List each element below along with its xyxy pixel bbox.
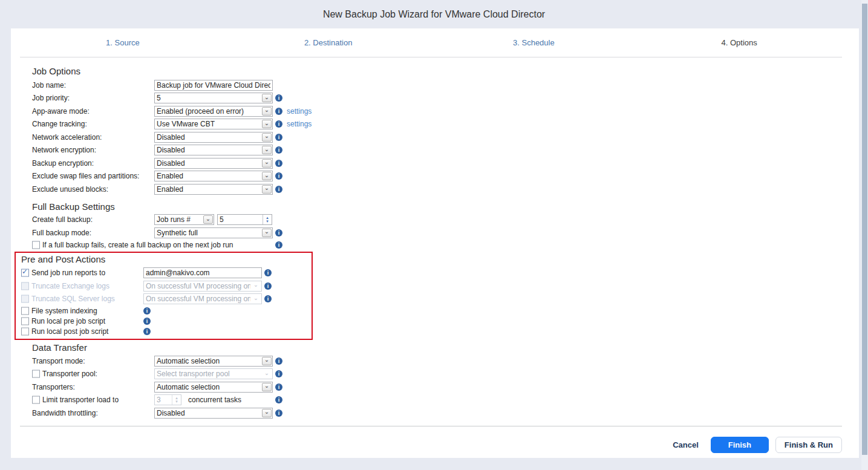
change-tracking-settings-link[interactable]: settings — [287, 120, 312, 128]
change-tracking-select[interactable]: Use VMware CBT ⌄ — [154, 119, 273, 129]
row-pre-job-script: ✓ Run local pre job script i — [21, 316, 312, 326]
row-network-encryption: Network encryption: Disabled ⌄ i — [32, 144, 842, 157]
info-icon[interactable]: i — [275, 108, 282, 115]
info-icon[interactable]: i — [264, 282, 272, 290]
info-icon[interactable]: i — [264, 269, 272, 276]
scrollbar-thumb[interactable] — [862, 4, 867, 455]
info-icon[interactable]: i — [143, 307, 151, 315]
wizard-steps: 1. Source 2. Destination 3. Schedule 4. … — [20, 28, 842, 57]
transporter-pool-label: Transporter pool: — [42, 370, 97, 378]
cancel-button[interactable]: Cancel — [673, 440, 699, 449]
check-icon: ✓ — [22, 267, 28, 276]
send-reports-checkbox[interactable]: ✓ — [21, 269, 29, 277]
step-destination[interactable]: 2. Destination — [226, 38, 431, 47]
chevron-down-icon[interactable]: ⌄ — [262, 159, 272, 168]
stepper-arrows[interactable]: ▴ ▾ — [263, 215, 272, 224]
transporters-select[interactable]: Automatic selection ⌄ — [154, 382, 273, 393]
wizard-title: New Backup Job Wizard for VMware Cloud D… — [323, 9, 545, 20]
chevron-down-icon[interactable]: ⌄ — [262, 120, 272, 128]
network-encryption-select[interactable]: Disabled ⌄ — [154, 145, 273, 155]
chevron-down-icon[interactable]: ⌄ — [262, 185, 272, 194]
chevron-down-icon[interactable]: ⌄ — [262, 94, 272, 102]
info-icon[interactable]: i — [275, 94, 282, 102]
full-backup-mode-select[interactable]: Synthetic full ⌄ — [154, 227, 273, 238]
chevron-down-icon[interactable]: ⌄ — [262, 357, 272, 365]
network-acceleration-value: Disabled — [155, 132, 261, 142]
page-scrollbar[interactable] — [861, 0, 868, 470]
info-icon[interactable]: i — [275, 172, 282, 180]
info-icon[interactable]: i — [275, 134, 282, 141]
create-full-backup-label: Create full backup: — [32, 215, 93, 224]
info-icon[interactable]: i — [264, 295, 272, 302]
pre-job-script-checkbox[interactable]: ✓ — [21, 317, 29, 325]
row-transport-mode: Transport mode: Automatic selection ⌄ i — [32, 354, 842, 368]
stepper-arrows: ▴ ▾ — [172, 395, 181, 405]
row-fs-indexing: ✓ File system indexing i — [21, 305, 312, 316]
chevron-down-icon[interactable]: ⌄ — [262, 133, 272, 142]
info-icon[interactable]: i — [275, 146, 282, 154]
info-icon[interactable]: i — [275, 241, 282, 249]
exclude-swap-select[interactable]: Enabled ⌄ — [154, 171, 273, 181]
limit-load-stepper: 3 ▴ ▾ — [154, 394, 181, 405]
fs-indexing-checkbox[interactable]: ✓ — [21, 307, 29, 315]
transporter-pool-checkbox[interactable]: ✓ — [32, 370, 40, 378]
truncate-sql-label: Truncate SQL Server logs — [31, 295, 115, 303]
exclude-swap-value: Enabled — [155, 171, 261, 181]
create-full-backup-count-stepper[interactable]: 5 ▴ ▾ — [217, 214, 272, 225]
network-acceleration-select[interactable]: Disabled ⌄ — [154, 132, 273, 143]
info-icon[interactable]: i — [275, 357, 282, 365]
finish-and-run-button[interactable]: Finish & Run — [775, 437, 842, 453]
transporter-pool-placeholder: Select transporter pool — [155, 369, 261, 379]
send-reports-email-input[interactable] — [143, 267, 262, 278]
chevron-down-icon[interactable]: ⌄ — [262, 383, 272, 391]
chevron-down-icon[interactable]: ⌄ — [262, 409, 272, 417]
pre-job-script-label: Run local pre job script — [31, 317, 105, 325]
limit-load-checkbox[interactable]: ✓ — [32, 396, 40, 404]
exclude-unused-select[interactable]: Enabled ⌄ — [154, 184, 273, 195]
row-truncate-exchange: ✓ Truncate Exchange logs On successful V… — [21, 279, 312, 293]
section-job-options: Job Options — [32, 66, 842, 77]
info-icon[interactable]: i — [275, 160, 282, 167]
info-icon[interactable]: i — [143, 328, 151, 335]
transport-mode-select[interactable]: Automatic selection ⌄ — [154, 356, 273, 367]
post-job-script-checkbox[interactable]: ✓ — [21, 327, 29, 335]
app-aware-settings-link[interactable]: settings — [287, 107, 312, 116]
chevron-down-icon[interactable]: ⌄ — [203, 215, 213, 224]
truncate-sql-checkbox: ✓ — [21, 295, 29, 303]
finish-button[interactable]: Finish — [711, 437, 769, 453]
truncate-exchange-value: On successful VM processing only — [144, 281, 250, 291]
info-icon[interactable]: i — [275, 384, 282, 391]
truncate-sql-select: On successful VM processing only ⌄ — [143, 293, 262, 304]
app-aware-value: Enabled (proceed on error) — [155, 106, 261, 116]
limit-load-suffix: concurrent tasks — [188, 396, 241, 404]
create-full-backup-mode-value: Job runs # — [155, 215, 203, 224]
job-priority-label: Job priority: — [32, 94, 70, 102]
chevron-down-icon[interactable]: ⌄ — [262, 172, 272, 180]
bandwidth-value: Disabled — [155, 408, 261, 418]
fs-indexing-label: File system indexing — [31, 307, 97, 315]
create-full-backup-mode-select[interactable]: Job runs # ⌄ — [154, 214, 214, 225]
job-priority-select[interactable]: 5 ⌄ — [154, 93, 273, 103]
info-icon[interactable]: i — [275, 229, 282, 237]
network-encryption-value: Disabled — [155, 145, 261, 155]
app-aware-select[interactable]: Enabled (proceed on error) ⌄ — [154, 106, 273, 117]
info-icon[interactable]: i — [275, 370, 282, 377]
full-backup-fail-checkbox[interactable]: ✓ — [32, 241, 40, 249]
info-icon[interactable]: i — [275, 120, 282, 128]
transporters-value: Automatic selection — [155, 382, 261, 392]
chevron-down-icon[interactable]: ⌄ — [262, 146, 272, 154]
chevron-down-icon[interactable]: ⌄ — [262, 229, 272, 237]
job-name-input[interactable] — [154, 80, 273, 91]
info-icon[interactable]: i — [275, 410, 282, 417]
stepper-down-icon[interactable]: ▾ — [266, 220, 269, 223]
info-icon[interactable]: i — [275, 396, 282, 403]
step-source[interactable]: 1. Source — [20, 38, 226, 47]
info-icon[interactable]: i — [143, 318, 151, 325]
bandwidth-select[interactable]: Disabled ⌄ — [154, 408, 273, 419]
chevron-down-icon[interactable]: ⌄ — [262, 107, 272, 116]
step-schedule[interactable]: 3. Schedule — [431, 38, 637, 47]
exclude-swap-label: Exclude swap files and partitions: — [32, 172, 139, 180]
backup-encryption-select[interactable]: Disabled ⌄ — [154, 158, 273, 169]
post-job-script-label: Run local post job script — [31, 327, 108, 336]
info-icon[interactable]: i — [275, 186, 282, 193]
